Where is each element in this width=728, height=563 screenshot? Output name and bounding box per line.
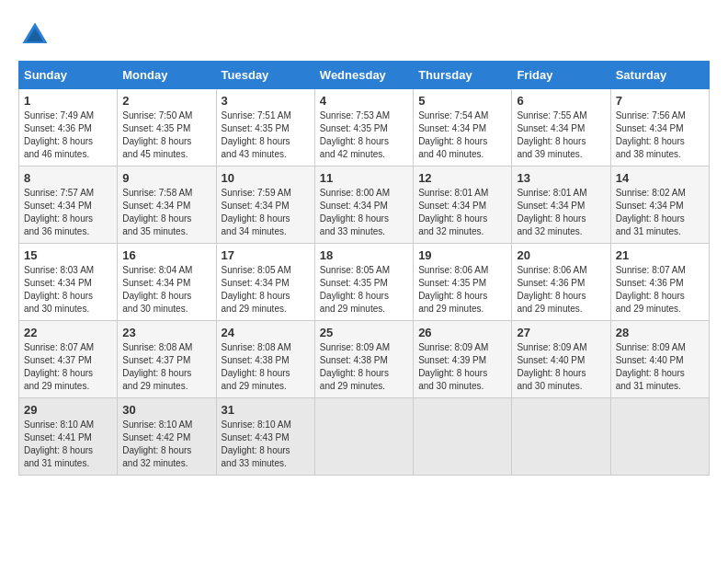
day-info: Sunrise: 8:09 AM Sunset: 4:39 PM Dayligh… (418, 341, 506, 393)
day-info: Sunrise: 8:06 AM Sunset: 4:35 PM Dayligh… (418, 264, 506, 316)
day-number: 14 (616, 171, 704, 185)
header (18, 18, 710, 52)
day-number: 19 (418, 248, 506, 262)
day-info: Sunrise: 7:49 AM Sunset: 4:36 PM Dayligh… (24, 109, 112, 161)
calendar-cell: 4Sunrise: 7:53 AM Sunset: 4:35 PM Daylig… (314, 89, 413, 167)
day-info: Sunrise: 8:09 AM Sunset: 4:40 PM Dayligh… (517, 341, 605, 393)
day-info: Sunrise: 7:55 AM Sunset: 4:34 PM Dayligh… (517, 109, 605, 161)
day-info: Sunrise: 8:10 AM Sunset: 4:42 PM Dayligh… (122, 419, 210, 470)
day-info: Sunrise: 8:09 AM Sunset: 4:38 PM Dayligh… (320, 341, 408, 393)
calendar-cell: 30Sunrise: 8:10 AM Sunset: 4:42 PM Dayli… (118, 398, 216, 476)
day-number: 12 (418, 171, 506, 185)
day-info: Sunrise: 7:56 AM Sunset: 4:34 PM Dayligh… (616, 109, 704, 161)
day-number: 21 (616, 248, 704, 262)
calendar-cell: 6Sunrise: 7:55 AM Sunset: 4:34 PM Daylig… (512, 89, 610, 167)
calendar-cell: 14Sunrise: 8:02 AM Sunset: 4:34 PM Dayli… (610, 167, 709, 244)
calendar-cell: 1Sunrise: 7:49 AM Sunset: 4:36 PM Daylig… (19, 89, 118, 167)
calendar-cell: 28Sunrise: 8:09 AM Sunset: 4:40 PM Dayli… (610, 321, 709, 398)
day-number: 9 (122, 171, 210, 185)
calendar-cell: 19Sunrise: 8:06 AM Sunset: 4:35 PM Dayli… (414, 244, 512, 321)
calendar-table: Sunday Monday Tuesday Wednesday Thursday… (18, 61, 710, 476)
calendar-cell (610, 398, 709, 476)
day-info: Sunrise: 8:09 AM Sunset: 4:40 PM Dayligh… (616, 341, 704, 393)
day-info: Sunrise: 8:05 AM Sunset: 4:34 PM Dayligh… (222, 264, 310, 316)
calendar-cell: 27Sunrise: 8:09 AM Sunset: 4:40 PM Dayli… (512, 321, 610, 398)
day-info: Sunrise: 8:04 AM Sunset: 4:34 PM Dayligh… (122, 264, 210, 316)
day-number: 1 (24, 94, 112, 108)
day-info: Sunrise: 8:06 AM Sunset: 4:36 PM Dayligh… (517, 264, 605, 316)
calendar-cell: 7Sunrise: 7:56 AM Sunset: 4:34 PM Daylig… (610, 89, 709, 167)
calendar-cell: 8Sunrise: 7:57 AM Sunset: 4:34 PM Daylig… (19, 167, 118, 244)
day-info: Sunrise: 7:59 AM Sunset: 4:34 PM Dayligh… (222, 187, 310, 238)
day-info: Sunrise: 7:54 AM Sunset: 4:34 PM Dayligh… (418, 109, 506, 161)
col-sunday: Sunday (19, 62, 118, 89)
day-info: Sunrise: 8:05 AM Sunset: 4:35 PM Dayligh… (320, 264, 408, 316)
col-thursday: Thursday (414, 62, 512, 89)
calendar-cell: 3Sunrise: 7:51 AM Sunset: 4:35 PM Daylig… (216, 89, 314, 167)
day-number: 25 (320, 326, 408, 339)
day-info: Sunrise: 8:10 AM Sunset: 4:43 PM Dayligh… (222, 419, 310, 470)
day-number: 7 (616, 94, 704, 108)
day-number: 23 (122, 326, 210, 339)
calendar-cell: 31Sunrise: 8:10 AM Sunset: 4:43 PM Dayli… (216, 398, 314, 476)
day-info: Sunrise: 8:01 AM Sunset: 4:34 PM Dayligh… (517, 187, 605, 238)
day-number: 31 (222, 403, 310, 417)
col-tuesday: Tuesday (216, 62, 314, 89)
calendar-cell: 13Sunrise: 8:01 AM Sunset: 4:34 PM Dayli… (512, 167, 610, 244)
day-info: Sunrise: 8:08 AM Sunset: 4:38 PM Dayligh… (222, 341, 310, 393)
day-info: Sunrise: 8:03 AM Sunset: 4:34 PM Dayligh… (24, 264, 112, 316)
calendar-cell: 21Sunrise: 8:07 AM Sunset: 4:36 PM Dayli… (610, 244, 709, 321)
calendar-cell: 26Sunrise: 8:09 AM Sunset: 4:39 PM Dayli… (414, 321, 512, 398)
day-info: Sunrise: 7:53 AM Sunset: 4:35 PM Dayligh… (320, 109, 408, 161)
day-number: 6 (517, 94, 605, 108)
calendar-cell (314, 398, 413, 476)
day-number: 20 (517, 248, 605, 262)
calendar-week-1: 1Sunrise: 7:49 AM Sunset: 4:36 PM Daylig… (19, 89, 710, 167)
calendar-week-2: 8Sunrise: 7:57 AM Sunset: 4:34 PM Daylig… (19, 167, 710, 244)
day-info: Sunrise: 8:01 AM Sunset: 4:34 PM Dayligh… (418, 187, 506, 238)
calendar-cell: 5Sunrise: 7:54 AM Sunset: 4:34 PM Daylig… (414, 89, 512, 167)
day-number: 17 (222, 248, 310, 262)
day-info: Sunrise: 8:07 AM Sunset: 4:36 PM Dayligh… (616, 264, 704, 316)
day-info: Sunrise: 7:50 AM Sunset: 4:35 PM Dayligh… (122, 109, 210, 161)
logo (18, 18, 57, 52)
calendar-cell: 25Sunrise: 8:09 AM Sunset: 4:38 PM Dayli… (314, 321, 413, 398)
calendar-week-5: 29Sunrise: 8:10 AM Sunset: 4:41 PM Dayli… (19, 398, 710, 476)
calendar-cell: 16Sunrise: 8:04 AM Sunset: 4:34 PM Dayli… (118, 244, 216, 321)
day-info: Sunrise: 8:10 AM Sunset: 4:41 PM Dayligh… (24, 419, 112, 470)
day-number: 10 (222, 171, 310, 185)
col-friday: Friday (512, 62, 610, 89)
day-number: 2 (122, 94, 210, 108)
calendar-cell: 11Sunrise: 8:00 AM Sunset: 4:34 PM Dayli… (314, 167, 413, 244)
day-info: Sunrise: 8:00 AM Sunset: 4:34 PM Dayligh… (320, 187, 408, 238)
calendar-week-3: 15Sunrise: 8:03 AM Sunset: 4:34 PM Dayli… (19, 244, 710, 321)
col-saturday: Saturday (610, 62, 709, 89)
day-number: 27 (517, 326, 605, 339)
day-number: 18 (320, 248, 408, 262)
calendar-cell: 10Sunrise: 7:59 AM Sunset: 4:34 PM Dayli… (216, 167, 314, 244)
day-number: 11 (320, 171, 408, 185)
calendar-cell: 20Sunrise: 8:06 AM Sunset: 4:36 PM Dayli… (512, 244, 610, 321)
day-number: 5 (418, 94, 506, 108)
day-number: 22 (24, 326, 112, 339)
calendar-cell: 29Sunrise: 8:10 AM Sunset: 4:41 PM Dayli… (19, 398, 118, 476)
calendar-cell: 17Sunrise: 8:05 AM Sunset: 4:34 PM Dayli… (216, 244, 314, 321)
day-info: Sunrise: 7:58 AM Sunset: 4:34 PM Dayligh… (122, 187, 210, 238)
calendar-cell (414, 398, 512, 476)
day-info: Sunrise: 7:57 AM Sunset: 4:34 PM Dayligh… (24, 187, 112, 238)
day-number: 3 (222, 94, 310, 108)
day-number: 26 (418, 326, 506, 339)
logo-icon (18, 18, 51, 52)
day-number: 15 (24, 248, 112, 262)
calendar-cell: 24Sunrise: 8:08 AM Sunset: 4:38 PM Dayli… (216, 321, 314, 398)
calendar-cell (512, 398, 610, 476)
day-number: 4 (320, 94, 408, 108)
calendar-week-4: 22Sunrise: 8:07 AM Sunset: 4:37 PM Dayli… (19, 321, 710, 398)
day-number: 28 (616, 326, 704, 339)
day-info: Sunrise: 7:51 AM Sunset: 4:35 PM Dayligh… (222, 109, 310, 161)
header-row: Sunday Monday Tuesday Wednesday Thursday… (19, 62, 710, 89)
day-number: 29 (24, 403, 112, 417)
calendar-cell: 9Sunrise: 7:58 AM Sunset: 4:34 PM Daylig… (118, 167, 216, 244)
calendar-cell: 15Sunrise: 8:03 AM Sunset: 4:34 PM Dayli… (19, 244, 118, 321)
calendar-cell: 12Sunrise: 8:01 AM Sunset: 4:34 PM Dayli… (414, 167, 512, 244)
